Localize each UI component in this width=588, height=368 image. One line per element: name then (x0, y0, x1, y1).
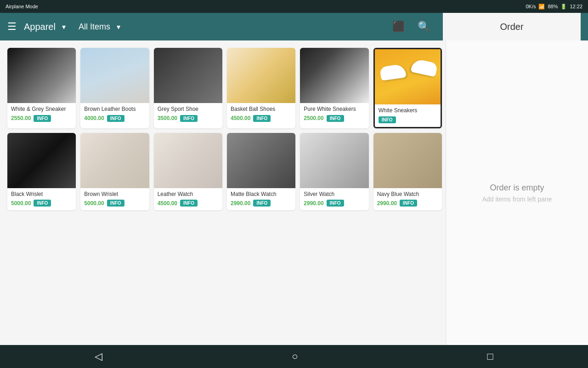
product-area: White & Grey Sneaker2550.00INFOBrown Lea… (0, 40, 446, 345)
brand-dropdown-arrow[interactable]: ▾ (62, 23, 66, 31)
search-button[interactable]: 🔍 (418, 21, 430, 33)
product-image-1 (7, 48, 76, 103)
info-button-1[interactable]: INFO (34, 115, 51, 122)
product-image-12 (373, 133, 442, 188)
product-info-9: Leather Watch4500.00INFO (154, 188, 222, 211)
info-button-8[interactable]: INFO (107, 200, 124, 207)
product-name-2: Brown Leather Boots (84, 106, 145, 113)
product-info-1: White & Grey Sneaker2550.00INFO (7, 103, 76, 126)
back-button[interactable]: ◁ (95, 351, 102, 362)
info-button-12[interactable]: INFO (400, 200, 417, 207)
order-panel-title: Order (443, 13, 581, 40)
status-bar: Airplane Mode 0K/s 📶 88% 🔋 12:22 (0, 0, 588, 13)
product-info-8: Brown Wrislet5000.00INFO (80, 188, 149, 211)
product-info-6: White SneakersINFO (375, 104, 441, 127)
product-image-4 (227, 48, 295, 103)
product-price-row-8: 5000.00INFO (84, 200, 145, 207)
product-image-10 (227, 133, 295, 188)
product-price-9: 4500.00 (158, 200, 177, 207)
product-price-7: 5000.00 (11, 200, 31, 207)
product-info-4: Basket Ball Shoes4500.00INFO (227, 103, 295, 126)
info-button-6[interactable]: INFO (379, 116, 396, 123)
product-price-4: 4500.00 (231, 115, 250, 121)
product-card-6[interactable]: White SneakersINFO (373, 48, 442, 128)
info-button-9[interactable]: INFO (180, 200, 198, 207)
all-items-label: All Items (79, 22, 110, 32)
product-price-row-11: 2990.00INFO (304, 200, 365, 207)
info-button-11[interactable]: INFO (327, 200, 344, 207)
battery-label: 88% (548, 4, 558, 9)
product-price-8: 5000.00 (84, 200, 104, 207)
product-name-9: Leather Watch (158, 191, 219, 198)
nav-bar: ☰ Apparel ▾ All Items ▾ ⬛ 🔍 Order (0, 13, 588, 40)
status-bar-right: 0K/s 📶 88% 🔋 12:22 (526, 4, 582, 10)
product-grid: White & Grey Sneaker2550.00INFOBrown Lea… (7, 48, 442, 210)
wifi-icon: 📶 (538, 4, 545, 10)
product-image-9 (154, 133, 222, 188)
product-name-11: Silver Watch (304, 191, 365, 198)
product-info-12: Navy Blue Watch2990.00INFO (373, 188, 442, 211)
product-image-6 (375, 49, 441, 104)
brand-name: Apparel (24, 22, 56, 32)
home-button[interactable]: ○ (292, 351, 298, 362)
info-button-10[interactable]: INFO (253, 200, 271, 207)
product-name-1: White & Grey Sneaker (11, 106, 72, 113)
product-name-3: Grey Sport Shoe (158, 106, 219, 113)
battery-icon: 🔋 (560, 4, 567, 10)
order-area: Order is empty Add items from left pane (446, 40, 588, 345)
product-card-11[interactable]: Silver Watch2990.00INFO (300, 133, 368, 211)
network-speed: 0K/s (526, 4, 536, 9)
product-card-7[interactable]: Black Wrislet5000.00INFO (7, 133, 76, 211)
product-card-3[interactable]: Grey Sport Shoe3500.00INFO (154, 48, 222, 128)
product-image-2 (80, 48, 149, 103)
product-name-4: Basket Ball Shoes (231, 106, 292, 113)
info-button-7[interactable]: INFO (34, 200, 51, 207)
product-price-12: 2990.00 (377, 200, 397, 207)
product-card-9[interactable]: Leather Watch4500.00INFO (154, 133, 222, 211)
product-card-1[interactable]: White & Grey Sneaker2550.00INFO (7, 48, 76, 128)
product-image-5 (300, 48, 368, 103)
download-button[interactable]: ⬛ (392, 21, 405, 33)
product-price-row-3: 3500.00INFO (158, 115, 219, 122)
product-price-row-1: 2550.00INFO (11, 115, 72, 122)
product-info-11: Silver Watch2990.00INFO (300, 188, 368, 211)
product-card-10[interactable]: Matte Black Watch2990.00INFO (227, 133, 295, 211)
bottom-nav: ◁ ○ □ (0, 345, 588, 368)
product-info-7: Black Wrislet5000.00INFO (7, 188, 76, 211)
recent-apps-button[interactable]: □ (487, 351, 493, 362)
product-price-11: 2990.00 (304, 200, 323, 207)
product-price-1: 2550.00 (11, 115, 31, 121)
all-items-dropdown-arrow[interactable]: ▾ (117, 23, 120, 31)
hamburger-menu-button[interactable]: ☰ (7, 21, 17, 33)
product-price-3: 3500.00 (158, 115, 177, 121)
product-price-5: 2500.00 (304, 115, 323, 121)
order-empty-title: Order is empty (490, 183, 544, 193)
product-price-2: 4000.00 (84, 115, 104, 121)
product-card-8[interactable]: Brown Wrislet5000.00INFO (80, 133, 149, 211)
product-name-8: Brown Wrislet (84, 191, 145, 198)
product-info-5: Pure White Sneakers2500.00INFO (300, 103, 368, 126)
airplane-mode-label: Airplane Mode (6, 4, 38, 9)
product-price-row-2: 4000.00INFO (84, 115, 145, 122)
product-price-row-5: 2500.00INFO (304, 115, 365, 122)
product-card-4[interactable]: Basket Ball Shoes4500.00INFO (227, 48, 295, 128)
product-info-3: Grey Sport Shoe3500.00INFO (154, 103, 222, 126)
product-card-12[interactable]: Navy Blue Watch2990.00INFO (373, 133, 442, 211)
product-name-10: Matte Black Watch (231, 191, 292, 198)
product-image-3 (154, 48, 222, 103)
product-name-12: Navy Blue Watch (377, 191, 438, 198)
product-price-row-12: 2990.00INFO (377, 200, 438, 207)
main-layout: White & Grey Sneaker2550.00INFOBrown Lea… (0, 40, 588, 345)
info-button-4[interactable]: INFO (253, 115, 271, 122)
product-price-row-10: 2990.00INFO (231, 200, 292, 207)
info-button-5[interactable]: INFO (327, 115, 344, 122)
info-button-2[interactable]: INFO (107, 115, 124, 122)
product-image-11 (300, 133, 368, 188)
info-button-3[interactable]: INFO (180, 115, 198, 122)
clock: 12:22 (570, 4, 582, 9)
product-card-5[interactable]: Pure White Sneakers2500.00INFO (300, 48, 368, 128)
product-image-7 (7, 133, 76, 188)
product-card-2[interactable]: Brown Leather Boots4000.00INFO (80, 48, 149, 128)
order-empty-subtitle: Add items from left pane (482, 196, 552, 203)
product-price-row-4: 4500.00INFO (231, 115, 292, 122)
